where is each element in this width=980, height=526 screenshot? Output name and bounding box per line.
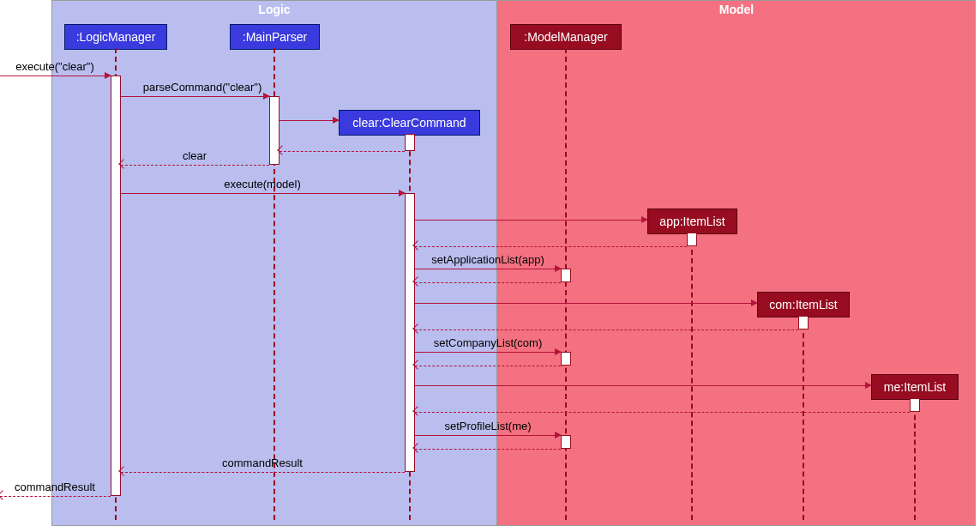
lifeline-appitemlist: app:ItemList [647, 209, 737, 234]
lifeline-line-appitemlist [691, 233, 693, 520]
sequence-diagram: Logic Model :LogicManager :MainParser cl… [0, 0, 980, 526]
activation-comitemlist [798, 316, 809, 330]
activation-modelmanager-3 [561, 435, 571, 449]
lifeline-line-modelmanager [565, 48, 567, 520]
activation-modelmanager-1 [561, 269, 571, 282]
activation-clearcommand-exec [405, 193, 415, 472]
activation-modelmanager-2 [561, 352, 571, 366]
lifeline-line-meitemlist [914, 398, 916, 520]
lifeline-mainparser: :MainParser [230, 24, 320, 50]
region-logic-title: Logic [258, 3, 290, 16]
activation-mainparser [269, 96, 280, 165]
activation-meitemlist [910, 398, 920, 412]
activation-clearcommand-create [405, 134, 415, 151]
region-model-title: Model [719, 3, 754, 16]
lifeline-clearcommand: clear:ClearCommand [339, 110, 480, 136]
activation-logicmanager [111, 76, 121, 496]
lifeline-meitemlist: me:ItemList [871, 374, 959, 400]
lifeline-modelmanager: :ModelManager [510, 24, 622, 50]
lifeline-logicmanager: :LogicManager [64, 24, 167, 50]
lifeline-line-comitemlist [803, 316, 804, 520]
lifeline-comitemlist: com:ItemList [757, 292, 850, 317]
activation-appitemlist [687, 233, 697, 246]
